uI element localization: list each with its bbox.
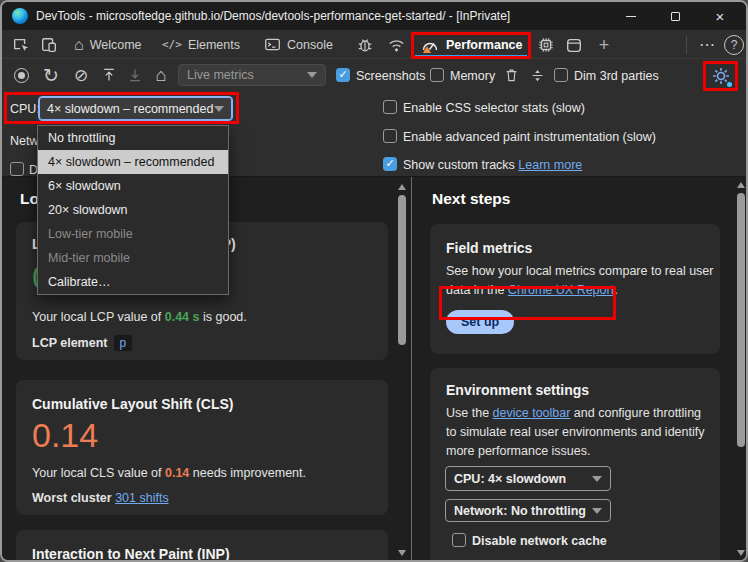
scroll-up-icon[interactable] xyxy=(398,184,406,190)
crux-report-link[interactable]: Chrome UX Report xyxy=(508,283,614,297)
garbage-collect-button[interactable] xyxy=(502,66,520,84)
live-metrics-home-button[interactable]: ⌂ xyxy=(152,64,170,86)
clear-icon: ⊘ xyxy=(74,67,88,84)
inp-card-heading: Interaction to Next Paint (INP) xyxy=(32,546,230,562)
environment-settings-heading: Environment settings xyxy=(446,382,589,398)
reload-and-record-button[interactable]: ↻ xyxy=(42,64,60,86)
minimize-button[interactable] xyxy=(612,2,650,30)
custom-tracks-label: Show custom tracks Learn more xyxy=(403,158,582,172)
cpu-throttling-menu: No throttling 4× slowdown – recommended … xyxy=(37,125,229,295)
devtools-window: DevTools - microsoftedge.github.io/Demos… xyxy=(0,0,748,562)
clear-button[interactable]: ⊘ xyxy=(72,65,90,85)
memory-label: Memory xyxy=(450,69,495,83)
device-emulation-button[interactable] xyxy=(38,35,60,55)
close-button[interactable]: × xyxy=(700,2,740,30)
disable-network-cache-label: Disable network cache xyxy=(472,534,607,548)
load-profile-button[interactable] xyxy=(100,66,118,84)
menu-item-mid-tier-mobile[interactable]: Mid-tier mobile xyxy=(38,246,228,270)
more-options-button[interactable]: ⋯ xyxy=(696,34,718,56)
plus-icon: + xyxy=(599,36,610,54)
capture-settings-button[interactable] xyxy=(708,64,734,88)
menu-item-20x-slowdown[interactable]: 20× slowdown xyxy=(38,198,228,222)
lcp-element-link[interactable]: p xyxy=(114,335,133,351)
paint-instrumentation-checkbox[interactable] xyxy=(383,129,397,143)
add-panel-button[interactable]: + xyxy=(594,34,614,56)
css-selector-stats-checkbox[interactable] xyxy=(383,100,397,114)
memory-panel-button[interactable] xyxy=(536,35,556,55)
tab-console-label: Console xyxy=(287,38,333,52)
history-select[interactable]: Live metrics xyxy=(178,64,326,86)
custom-tracks-checkbox[interactable] xyxy=(383,157,397,171)
maximize-icon xyxy=(671,12,680,21)
field-metrics-line1: See how your local metrics compare to re… xyxy=(446,264,713,278)
home-icon: ⌂ xyxy=(156,66,167,84)
refresh-icon: ↻ xyxy=(43,66,59,85)
chip-icon xyxy=(537,36,555,54)
tab-welcome[interactable]: ⌂ Welcome xyxy=(74,30,142,59)
scroll-down-icon[interactable] xyxy=(737,550,745,556)
upload-icon xyxy=(101,67,117,83)
help-icon: ? xyxy=(731,39,738,51)
console-icon xyxy=(264,36,281,53)
cls-card-heading: Cumulative Layout Shift (CLS) xyxy=(32,396,233,412)
screenshots-checkbox[interactable] xyxy=(336,68,350,82)
inp-card: Interaction to Next Paint (INP) xyxy=(16,530,388,562)
active-tab-indicator xyxy=(415,55,527,58)
application-panel-button[interactable] xyxy=(564,35,584,55)
menu-item-calibrate[interactable]: Calibrate… xyxy=(38,270,228,294)
more-dots-icon: ⋯ xyxy=(699,37,715,53)
chevron-down-icon xyxy=(307,72,317,78)
collapse-sections-button[interactable] xyxy=(528,65,546,85)
device-toolbar-link[interactable]: device toolbar xyxy=(493,406,571,420)
warning-triangle-icon xyxy=(423,46,431,53)
dim-3rd-parties-checkbox[interactable] xyxy=(554,68,568,82)
env-cpu-select[interactable]: CPU: 4× slowdown xyxy=(445,466,611,491)
menu-item-4x-slowdown[interactable]: 4× slowdown – recommended xyxy=(38,150,228,174)
chevron-down-icon xyxy=(214,106,224,112)
screenshots-label: Screenshots xyxy=(356,69,425,83)
home-icon: ⌂ xyxy=(74,37,84,53)
bug-icon xyxy=(356,36,374,54)
network-conditions-button[interactable] xyxy=(384,35,408,55)
tab-welcome-label: Welcome xyxy=(90,38,142,52)
field-metrics-card: Field metrics See how your local metrics… xyxy=(430,224,720,354)
paint-instrumentation-label: Enable advanced paint instrumentation (s… xyxy=(403,130,656,144)
lcp-element-row: LCP elementp xyxy=(32,335,132,351)
memory-checkbox[interactable] xyxy=(430,68,444,82)
panel-divider xyxy=(411,177,412,562)
disable-js-samples-checkbox[interactable] xyxy=(10,162,24,176)
disable-network-cache-checkbox[interactable] xyxy=(452,533,466,547)
left-scrollbar[interactable] xyxy=(395,177,409,562)
inspect-element-button[interactable] xyxy=(10,35,32,55)
menu-item-low-tier-mobile[interactable]: Low-tier mobile xyxy=(38,222,228,246)
save-profile-button[interactable] xyxy=(126,66,144,84)
left-scrollbar-thumb[interactable] xyxy=(398,195,406,345)
scroll-up-icon[interactable] xyxy=(737,182,745,188)
lcp-sentence: Your local LCP value of 0.44 s is good. xyxy=(32,310,247,324)
inspect-cursor-icon xyxy=(12,36,30,54)
maximize-button[interactable] xyxy=(656,2,694,30)
menu-item-no-throttling[interactable]: No throttling xyxy=(38,126,228,150)
scroll-down-icon[interactable] xyxy=(398,550,406,556)
right-scrollbar-thumb[interactable] xyxy=(737,193,745,447)
help-button[interactable]: ? xyxy=(724,35,744,55)
worst-cluster-link[interactable]: 301 shifts xyxy=(115,491,169,505)
menu-item-6x-slowdown[interactable]: 6× slowdown xyxy=(38,174,228,198)
cpu-throttle-select[interactable]: 4× slowdown – recommended xyxy=(38,96,233,121)
tab-console[interactable]: Console xyxy=(264,30,333,59)
field-metrics-line2: data in the Chrome UX Report. xyxy=(446,283,618,297)
record-button[interactable] xyxy=(12,66,30,84)
tabbar-divider xyxy=(686,36,687,54)
chevron-down-icon xyxy=(592,508,602,514)
set-up-button[interactable]: Set up xyxy=(446,310,514,334)
right-scrollbar[interactable] xyxy=(734,177,748,562)
download-icon xyxy=(127,67,143,83)
env-network-select[interactable]: Network: No throttling xyxy=(445,499,611,522)
device-toolbar-icon xyxy=(40,36,58,54)
window-title: DevTools - microsoftedge.github.io/Demos… xyxy=(36,2,510,30)
learn-more-link[interactable]: Learn more xyxy=(518,158,582,172)
cls-cluster-row: Worst cluster 301 shifts xyxy=(32,491,169,505)
tab-elements[interactable]: </> Elements xyxy=(162,30,240,59)
debug-button[interactable] xyxy=(354,35,376,55)
tab-elements-label: Elements xyxy=(188,38,240,52)
